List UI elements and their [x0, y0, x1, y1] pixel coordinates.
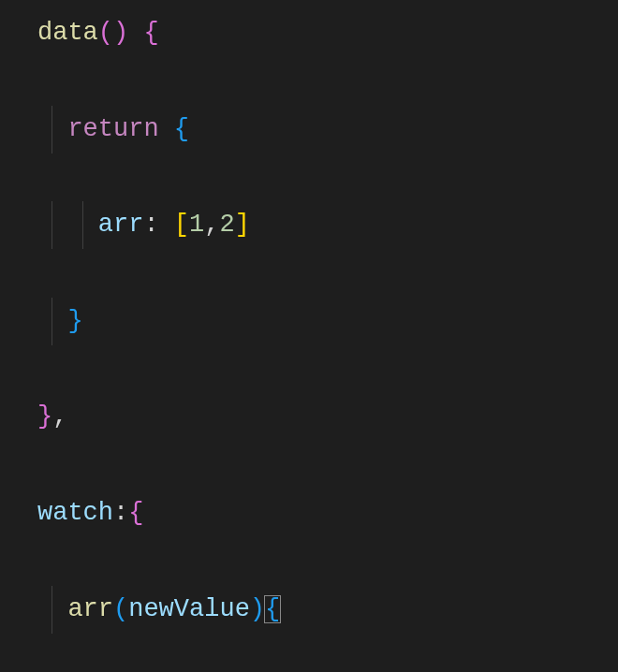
token-property: arr	[98, 211, 144, 239]
token-parameter: newValue	[128, 595, 250, 623]
code-line[interactable]: arr(newValue){	[0, 586, 618, 634]
code-line[interactable]: arr: [1,2]	[0, 201, 618, 249]
bracket-close: ]	[235, 211, 250, 239]
brace-open: {	[264, 595, 281, 623]
token-keyword: return	[67, 115, 158, 143]
paren-close: )	[250, 595, 265, 623]
token-function: arr	[67, 595, 113, 623]
brace-open: {	[143, 19, 158, 47]
brace-open: {	[174, 115, 189, 143]
paren-open: (	[113, 595, 128, 623]
brace-close: }	[37, 402, 52, 431]
paren-open: (	[98, 19, 113, 47]
token-property: watch	[37, 499, 113, 527]
code-line[interactable]: }	[0, 298, 618, 345]
code-line[interactable]: watch:{	[0, 489, 618, 537]
token-number: 2	[219, 211, 234, 239]
code-editor[interactable]: data() { return { arr: [1,2] } }, watch:…	[0, 0, 618, 672]
token-function: data	[37, 19, 98, 47]
code-line[interactable]: data() {	[0, 9, 618, 57]
paren-close: )	[113, 19, 128, 47]
brace-open: {	[128, 499, 143, 527]
brace-close: }	[67, 307, 82, 335]
token-number: 1	[189, 211, 204, 239]
bracket-open: [	[174, 211, 189, 239]
code-line[interactable]: },	[0, 393, 618, 441]
code-line[interactable]: return {	[0, 106, 618, 153]
